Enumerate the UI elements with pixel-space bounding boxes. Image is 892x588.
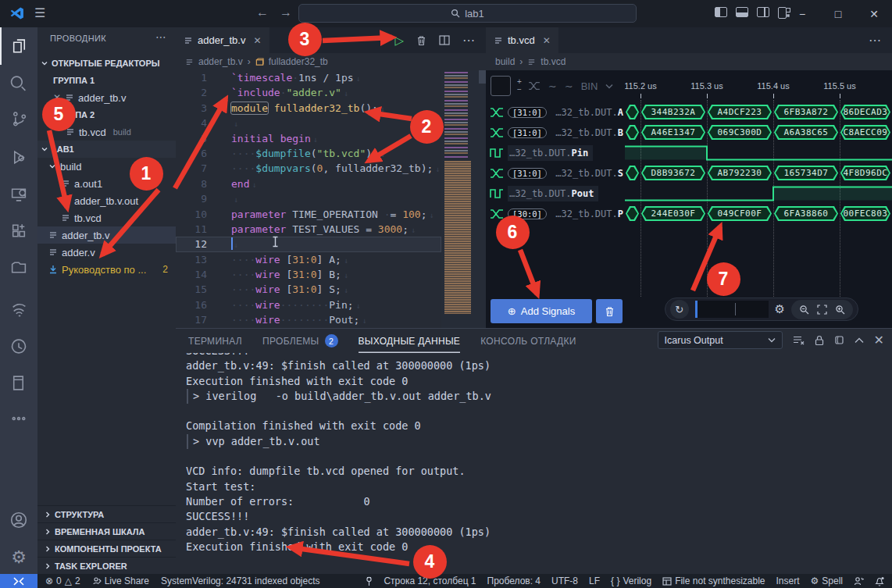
breadcrumb-file[interactable]: tb.vcd	[541, 56, 566, 67]
code-line-17[interactable]: 17····wire········Pout;	[176, 312, 441, 327]
minimap[interactable]	[441, 70, 476, 319]
signal-pin[interactable]: …32_tb.DUT.Pin	[486, 143, 625, 163]
code-line-12[interactable]: 12	[176, 237, 441, 251]
editor-more-icon[interactable]: ⋯	[462, 33, 475, 48]
code-line-5[interactable]: 5initial begin	[176, 131, 441, 146]
code-line-13[interactable]: 13····wire [31:0] A;	[176, 252, 441, 267]
trash-icon[interactable]	[416, 35, 426, 46]
code-line-11[interactable]: 11parameter TEST_VALUES = 3000;	[176, 222, 441, 237]
synthesis-status[interactable]: File not synthesizable	[662, 576, 765, 586]
tree-item-adder-tb-v-out[interactable]: adder_tb.v.out	[37, 192, 176, 209]
wave-row-pin[interactable]	[625, 143, 892, 163]
clear-output-icon[interactable]	[793, 335, 805, 345]
output-channel-select[interactable]: Icarus Output	[658, 331, 783, 349]
wave-row-a[interactable]: 344B232AA4DCF2236FB3A87286DECAD3	[625, 102, 892, 123]
plug-icon[interactable]	[366, 576, 373, 586]
eol-status[interactable]: LF	[589, 576, 600, 586]
breadcrumb[interactable]: adder_tb.v › fulladder32_tb	[176, 53, 486, 70]
activity-wireless-icon[interactable]	[0, 290, 37, 328]
problems-status[interactable]: ⊗0 △2	[45, 576, 80, 586]
tab-close-icon[interactable]: ✕	[253, 35, 261, 46]
minimize-button[interactable]: −	[784, 0, 820, 27]
code-line-15[interactable]: 15····wire [31:0] S;	[176, 282, 441, 297]
activity-project-folder-icon[interactable]	[0, 248, 37, 286]
wave-row-b[interactable]: A46E1347069C300DA6A38C65C8AECC09	[625, 123, 892, 143]
wave-style-icon[interactable]: ∼	[548, 80, 557, 92]
section-компоненты-проекта[interactable]: КОМПОНЕНТЫ ПРОЕКТА	[37, 540, 176, 557]
tab-adder-tb[interactable]: adder_tb.v ✕	[176, 27, 269, 53]
editor-scrollbar[interactable]	[479, 70, 486, 84]
wave-style2-icon[interactable]: ∼	[565, 80, 573, 92]
activity-notebook-icon[interactable]	[0, 364, 37, 401]
encoding-status[interactable]: UTF-8	[551, 576, 578, 586]
tree-item-adder-v[interactable]: adder.v	[37, 244, 176, 261]
wave-value-box[interactable]	[491, 76, 511, 96]
code-line-8[interactable]: 8end	[176, 176, 441, 191]
wave-row-s[interactable]: D8B93672AB792230165734D74F8D96DC	[625, 163, 892, 184]
toggle-panel-icon[interactable]	[736, 7, 748, 17]
panel-tab-проблемы[interactable]: ПРОБЛЕМЫ2	[262, 329, 337, 353]
panel-tab-консоль-отладки[interactable]: КОНСОЛЬ ОТЛАДКИ	[480, 329, 576, 353]
zoom-out-icon[interactable]	[799, 305, 809, 315]
waveform-canvas[interactable]: 115.2 us115.3 us115.4 us115.5 us344B232A…	[625, 70, 892, 328]
activity-more-icon[interactable]	[0, 401, 37, 438]
language-mode-status[interactable]: { } Verilog	[611, 576, 651, 586]
breadcrumb-file[interactable]: adder_tb.v	[198, 56, 243, 67]
wave-time-input[interactable]	[695, 301, 769, 318]
waveform-breadcrumb[interactable]: build › tb.vcd	[486, 53, 892, 70]
command-search-box[interactable]: lab1	[298, 4, 637, 23]
section-временная-шкала[interactable]: ВРЕМЕННАЯ ШКАЛА	[37, 522, 176, 540]
breadcrumb-folder[interactable]: build	[495, 56, 515, 67]
activity-extensions-icon[interactable]	[0, 212, 37, 249]
account-icon[interactable]	[0, 501, 37, 539]
output-console[interactable]: SUCCESS!!!adder_tb.v:49: $finish called …	[186, 344, 873, 569]
signal-b[interactable]: [31:0]…32_tb.DUT.B	[486, 123, 625, 143]
zoom-in-icon[interactable]	[835, 305, 845, 315]
systemverilog-indexer-status[interactable]: SystemVerilog: 24731 indexed objects	[161, 576, 319, 586]
activity-search-icon[interactable]	[0, 65, 37, 102]
tree-item-tb-vcd[interactable]: tb.vcd	[37, 209, 176, 226]
settings-gear-icon[interactable]: ⚙	[0, 539, 37, 576]
gear-icon[interactable]: ⚙	[775, 302, 785, 316]
open-editors-section[interactable]: ОТКРЫТЫЕ РЕДАКТОРЫ	[37, 55, 176, 72]
toggle-secondary-sidebar-icon[interactable]	[757, 7, 769, 17]
signal-pout[interactable]: …32_tb.DUT.Pout	[486, 184, 625, 204]
code-line-6[interactable]: 6····$dumpfile("tb.vcd");	[176, 146, 441, 161]
add-signals-button[interactable]: ⊕ Add Signals	[491, 299, 592, 323]
toggle-sidebar-icon[interactable]	[715, 7, 727, 17]
sidebar-more-icon[interactable]: ⋯	[155, 30, 166, 43]
activity-remote-explorer-icon[interactable]	[0, 175, 37, 212]
wave-zoom-steppers[interactable]: +−	[517, 78, 522, 94]
section-task-explorer[interactable]: TASK EXPLORER	[37, 557, 176, 574]
live-share-button[interactable]: Live Share	[92, 576, 149, 586]
code-line-16[interactable]: 16····wire········Pin;	[176, 298, 441, 312]
activity-timeline-clock-icon[interactable]	[0, 327, 37, 365]
menu-icon[interactable]: ☰	[34, 5, 45, 20]
code-line-3[interactable]: 3module fulladder32_tb();	[176, 101, 441, 116]
remove-signals-button[interactable]	[596, 299, 623, 323]
code-line-7[interactable]: 7····$dumpvars(0, fulladder32_tb);	[176, 161, 441, 176]
code-line-9[interactable]: 9	[176, 191, 441, 206]
project-section-lab1[interactable]: LAB1	[37, 141, 176, 158]
bus-format-icon[interactable]	[528, 81, 541, 91]
open-in-editor-icon[interactable]	[834, 335, 844, 345]
nav-forward-icon[interactable]: →	[280, 5, 292, 20]
panel-maximize-icon[interactable]	[855, 337, 864, 344]
code-line-10[interactable]: 10parameter TIME_OPERATION ·= 100;	[176, 207, 441, 222]
panel-tab-выходные-данные[interactable]: ВЫХОДНЫЕ ДАННЫЕ	[359, 329, 461, 353]
code-line-1[interactable]: 1`timescale·1ns / 1ps	[176, 70, 441, 85]
fit-screen-icon[interactable]	[817, 305, 827, 315]
spell-status[interactable]: ⚙ Spell	[811, 576, 843, 586]
indentation-status[interactable]: Пробелов: 4	[487, 576, 541, 586]
split-editor-icon[interactable]	[439, 35, 450, 45]
signal-a[interactable]: [31:0]…32_tb.DUT.A	[486, 102, 625, 123]
activity-run-debug-icon[interactable]	[0, 138, 37, 176]
code-line-4[interactable]: 4	[176, 116, 441, 130]
code-line-14[interactable]: 14····wire [31:0] B;	[176, 267, 441, 282]
wave-row-pout[interactable]	[625, 184, 892, 204]
feedback-person-icon[interactable]	[854, 576, 864, 586]
insert-mode-status[interactable]: Insert	[776, 576, 800, 586]
lock-icon[interactable]	[815, 335, 824, 346]
activity-files-icon[interactable]	[0, 27, 37, 65]
bell-icon[interactable]	[875, 576, 884, 586]
